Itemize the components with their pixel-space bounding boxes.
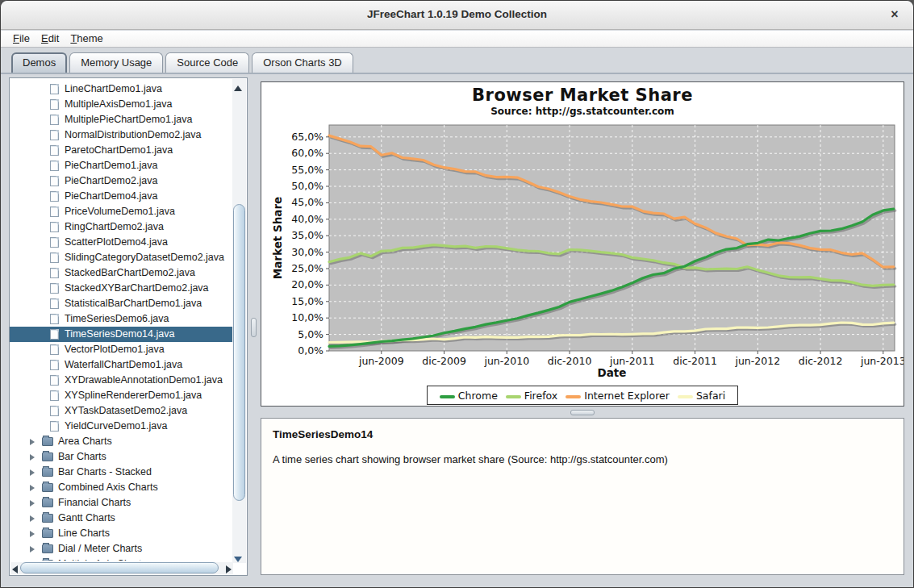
tree-item-PieChartDemo1[interactable]: PieChartDemo1.java (10, 158, 233, 173)
tree-folder-label: Multiple Axis Charts (58, 557, 147, 561)
tab-demos[interactable]: Demos (11, 52, 67, 73)
y-tick-label: 65,0% (291, 131, 323, 143)
tree-item-StackedXYBarChartDemo2[interactable]: StackedXYBarChartDemo2.java (10, 281, 233, 296)
tree-item-XYTaskDatasetDemo2[interactable]: XYTaskDatasetDemo2.java (10, 403, 233, 419)
close-icon[interactable]: × (887, 7, 902, 22)
expand-arrow-icon[interactable] (30, 515, 35, 522)
tree-item-label: LineChartDemo1.java (65, 81, 162, 97)
tree-item-label: StackedXYBarChartDemo2.java (65, 281, 209, 296)
file-icon (50, 360, 59, 370)
time-series-plot[interactable]: 0,0%5,0%10,0%15,0%20,0%25,0%30,0%35,0%40… (261, 82, 904, 406)
tree-item-SlidingCategoryDatasetDemo2[interactable]: SlidingCategoryDatasetDemo2.java (10, 250, 233, 265)
tree-folder-combined-axis-charts[interactable]: Combined Axis Charts (10, 480, 233, 495)
scroll-right-icon[interactable] (226, 565, 232, 573)
chart-title: Browser Market Share (261, 85, 904, 105)
file-icon (50, 252, 59, 263)
menu-edit[interactable]: Edit (35, 31, 65, 44)
tree-item-ScatterPlotDemo4[interactable]: ScatterPlotDemo4.java (10, 235, 233, 250)
tree-item-LineChartDemo1[interactable]: LineChartDemo1.java (10, 81, 233, 97)
chart-panel[interactable]: 0,0%5,0%10,0%15,0%20,0%25,0%30,0%35,0%40… (261, 81, 904, 407)
vertical-scrollbar[interactable] (232, 79, 246, 563)
legend-box: ChromeFirefoxInternet ExplorerSafari (427, 386, 738, 405)
x-tick-label: jun-2012 (734, 355, 780, 367)
tree-item-MultiplePieChartDemo1[interactable]: MultiplePieChartDemo1.java (10, 112, 233, 127)
y-tick-label: 35,0% (291, 229, 323, 241)
tree-item-MultipleAxisDemo1[interactable]: MultipleAxisDemo1.java (10, 97, 233, 112)
tree-folder-line-charts[interactable]: Line Charts (10, 526, 233, 541)
tree-folder-multiple-axis-charts[interactable]: Multiple Axis Charts (10, 557, 233, 561)
legend-swatch (440, 395, 455, 398)
tree-folder-financial-charts[interactable]: Financial Charts (10, 495, 233, 511)
scroll-up-icon[interactable] (234, 85, 242, 91)
horizontal-scroll-thumb[interactable] (20, 562, 219, 573)
menu-bar: FileEditTheme (1, 31, 913, 48)
tree-item-label: WaterfallChartDemo1.java (65, 357, 182, 373)
vertical-scroll-thumb[interactable] (233, 204, 245, 501)
legend-swatch (566, 395, 581, 398)
tree-folder-label: Line Charts (58, 526, 110, 541)
horizontal-scrollbar[interactable] (10, 562, 233, 574)
legend-swatch (506, 395, 521, 398)
tree-folder-bar-charts-stacked[interactable]: Bar Charts - Stacked (10, 465, 233, 480)
tab-memory-usage[interactable]: Memory Usage (69, 52, 163, 73)
tree-item-WaterfallChartDemo1[interactable]: WaterfallChartDemo1.java (10, 357, 233, 373)
tree-item-NormalDistributionDemo2[interactable]: NormalDistributionDemo2.java (10, 127, 233, 143)
tree-item-label: TimeSeriesDemo6.java (65, 311, 169, 327)
file-icon (50, 130, 59, 140)
tree-item-PieChartDemo2[interactable]: PieChartDemo2.java (10, 173, 233, 189)
tree-item-label: XYDrawableAnnotationDemo1.java (65, 373, 223, 388)
tree-item-label: StackedBarChartDemo2.java (65, 265, 195, 281)
tree-item-XYDrawableAnnotationDemo1[interactable]: XYDrawableAnnotationDemo1.java (10, 373, 233, 388)
tree-item-PieChartDemo4[interactable]: PieChartDemo4.java (10, 189, 233, 204)
expand-arrow-icon[interactable] (30, 531, 35, 537)
expand-arrow-icon[interactable] (30, 454, 35, 461)
tree-item-VectorPlotDemo1[interactable]: VectorPlotDemo1.java (10, 342, 233, 357)
tab-orson-charts-3d[interactable]: Orson Charts 3D (252, 52, 353, 73)
file-icon (50, 298, 59, 309)
y-tick-label: 10,0% (291, 311, 323, 323)
file-icon (50, 84, 59, 94)
horizontal-splitter[interactable] (261, 407, 904, 418)
expand-arrow-icon[interactable] (30, 500, 35, 507)
titlebar[interactable]: JFreeChart 1.0.19 Demo Collection × (1, 1, 913, 30)
description-title: TimeSeriesDemo14 (273, 428, 892, 440)
menu-theme[interactable]: Theme (65, 31, 108, 44)
expand-arrow-icon[interactable] (30, 485, 35, 491)
tree-item-StackedBarChartDemo2[interactable]: StackedBarChartDemo2.java (10, 265, 233, 281)
tree-folder-label: Bar Charts (58, 449, 106, 465)
file-icon (50, 206, 59, 217)
tree-item-StatisticalBarChartDemo1[interactable]: StatisticalBarChartDemo1.java (10, 296, 233, 311)
folder-icon (42, 560, 53, 561)
vertical-splitter[interactable] (248, 74, 261, 588)
folder-icon (42, 452, 53, 461)
tree-folder-area-charts[interactable]: Area Charts (10, 434, 233, 449)
tree-folder-gantt-charts[interactable]: Gantt Charts (10, 511, 233, 526)
tab-bar: DemosMemory UsageSource CodeOrson Charts… (1, 48, 913, 74)
y-tick-label: 25,0% (291, 262, 323, 274)
tree-item-label: MultiplePieChartDemo1.java (65, 112, 192, 127)
tree-item-TimeSeriesDemo6[interactable]: TimeSeriesDemo6.java (10, 311, 233, 327)
expand-arrow-icon[interactable] (30, 546, 35, 553)
legend-item-firefox: Firefox (506, 390, 557, 402)
scroll-left-icon[interactable] (12, 565, 18, 573)
file-icon (50, 344, 59, 355)
legend-item-internet-explorer: Internet Explorer (566, 390, 670, 402)
file-icon (50, 222, 59, 232)
menu-file[interactable]: File (7, 31, 35, 44)
tree-folder-bar-charts[interactable]: Bar Charts (10, 449, 233, 465)
tree-item-ParetoChartDemo1[interactable]: ParetoChartDemo1.java (10, 143, 233, 158)
tab-source-code[interactable]: Source Code (165, 52, 249, 73)
chart-legend: ChromeFirefoxInternet ExplorerSafari (261, 386, 904, 405)
file-icon (50, 161, 59, 171)
tree-item-PriceVolumeDemo1[interactable]: PriceVolumeDemo1.java (10, 204, 233, 219)
tree-item-TimeSeriesDemo14[interactable]: TimeSeriesDemo14.java (10, 327, 233, 342)
tree-item-XYSplineRendererDemo1[interactable]: XYSplineRendererDemo1.java (10, 388, 233, 403)
file-icon (50, 176, 59, 186)
scroll-down-icon[interactable] (234, 557, 242, 562)
folder-icon (42, 529, 53, 538)
expand-arrow-icon[interactable] (30, 439, 35, 445)
expand-arrow-icon[interactable] (30, 469, 35, 476)
tree-item-YieldCurveDemo1[interactable]: YieldCurveDemo1.java (10, 419, 233, 434)
tree-item-RingChartDemo2[interactable]: RingChartDemo2.java (10, 219, 233, 235)
tree-folder-dial-meter-charts[interactable]: Dial / Meter Charts (10, 541, 233, 557)
